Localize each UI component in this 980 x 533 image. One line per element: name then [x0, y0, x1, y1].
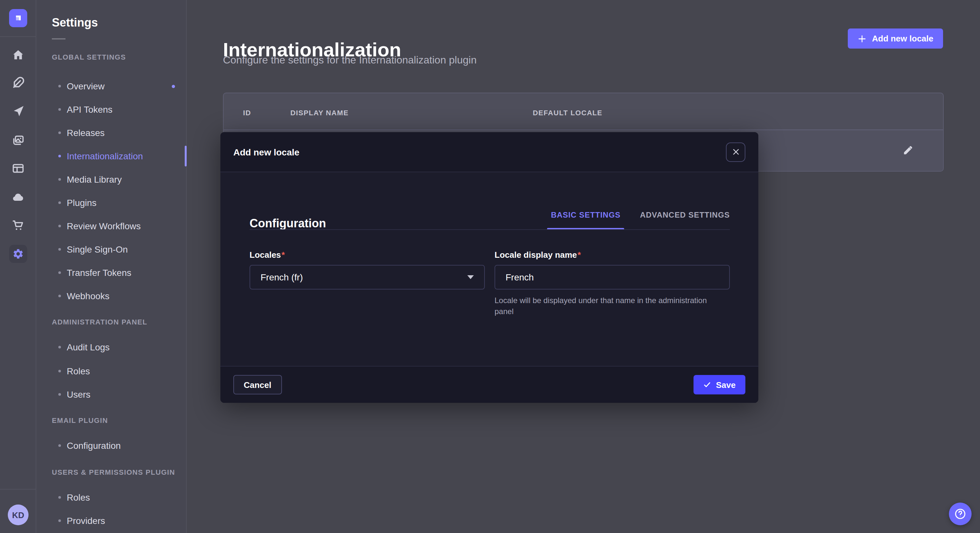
- settings-sidebar: Settings GLOBAL SETTINGS Overview API To…: [36, 0, 187, 533]
- sidebar-item-overview[interactable]: Overview: [36, 75, 186, 98]
- rail-divider: [0, 36, 36, 37]
- sidebar-item-transfer-tokens[interactable]: Transfer Tokens: [36, 261, 186, 284]
- bullet-icon: [58, 519, 61, 522]
- sidebar-item-admin-roles[interactable]: Roles: [36, 359, 186, 383]
- sidebar-item-providers[interactable]: Providers: [36, 509, 186, 532]
- display-name-hint: Locale will be displayed under that name…: [495, 295, 723, 317]
- add-locale-modal: Add new locale Configuration BASIC SETTI…: [220, 132, 758, 403]
- sidebar-title: Settings: [52, 16, 98, 30]
- sidebar-item-single-sign-on[interactable]: Single Sign-On: [36, 238, 186, 261]
- bullet-icon: [58, 155, 61, 157]
- section-global-settings: GLOBAL SETTINGS: [52, 53, 126, 61]
- sidebar-item-email-configuration[interactable]: Configuration: [36, 434, 186, 457]
- locales-select[interactable]: French (fr): [250, 265, 485, 289]
- sidebar-item-api-tokens[interactable]: API Tokens: [36, 98, 186, 121]
- bullet-icon: [58, 248, 61, 251]
- column-header-default-locale: DEFAULT LOCALE: [533, 109, 603, 117]
- modal-title: Add new locale: [233, 147, 299, 157]
- bullet-icon: [58, 444, 61, 447]
- display-name-field: Locale display name* Locale will be disp…: [495, 250, 730, 317]
- sidebar-item-media-library[interactable]: Media Library: [36, 168, 186, 191]
- bullet-icon: [58, 201, 61, 204]
- section-users-permissions-plugin: USERS & PERMISSIONS PLUGIN: [52, 468, 175, 476]
- notification-dot: [172, 85, 175, 88]
- feather-icon[interactable]: [12, 76, 25, 89]
- modal-header: Add new locale: [220, 132, 758, 172]
- page-subtitle: Configure the settings for the Internati…: [223, 54, 477, 66]
- sidebar-item-review-workflows[interactable]: Review Workflows: [36, 214, 186, 238]
- cancel-button[interactable]: Cancel: [233, 375, 282, 394]
- tab-basic-settings[interactable]: BASIC SETTINGS: [551, 211, 620, 219]
- required-asterisk: *: [578, 250, 581, 260]
- app-root: KD Settings GLOBAL SETTINGS Overview API…: [0, 0, 980, 533]
- bullet-icon: [58, 393, 61, 396]
- display-name-input[interactable]: [495, 265, 730, 289]
- active-indicator: [185, 146, 187, 167]
- bullet-icon: [58, 132, 61, 134]
- sidebar-item-internationalization[interactable]: Internationalization: [36, 144, 186, 168]
- configuration-heading: Configuration: [250, 217, 326, 230]
- locales-field: Locales* French (fr): [250, 250, 485, 289]
- close-button[interactable]: [726, 142, 745, 162]
- modal-body: Configuration BASIC SETTINGS ADVANCED SE…: [220, 172, 758, 366]
- strapi-logo[interactable]: [9, 9, 27, 27]
- bullet-icon: [58, 346, 61, 348]
- bullet-icon: [58, 178, 61, 181]
- question-mark-icon: [954, 508, 966, 520]
- edit-locale-button[interactable]: [902, 145, 913, 157]
- sidebar-item-releases[interactable]: Releases: [36, 121, 186, 144]
- sidebar-item-audit-logs[interactable]: Audit Logs: [36, 335, 186, 359]
- send-icon[interactable]: [12, 105, 25, 118]
- bullet-icon: [58, 225, 61, 227]
- check-icon: [703, 381, 711, 389]
- cloud-icon[interactable]: [12, 191, 25, 204]
- modal-footer: Cancel Save: [220, 366, 758, 403]
- sidebar-item-plugins[interactable]: Plugins: [36, 191, 186, 214]
- display-name-label: Locale display name*: [495, 250, 730, 260]
- title-divider: [52, 38, 65, 40]
- save-button[interactable]: Save: [693, 375, 745, 394]
- layout-icon[interactable]: [12, 162, 25, 175]
- bullet-icon: [58, 496, 61, 499]
- settings-gear-icon[interactable]: [9, 245, 27, 263]
- sidebar-item-up-roles[interactable]: Roles: [36, 486, 186, 509]
- column-header-display-name: DISPLAY NAME: [290, 109, 349, 117]
- bullet-icon: [58, 108, 61, 111]
- tab-advanced-settings[interactable]: ADVANCED SETTINGS: [640, 211, 730, 219]
- chevron-down-icon: [467, 275, 474, 279]
- close-icon: [732, 148, 739, 155]
- bullet-icon: [58, 295, 61, 297]
- help-button[interactable]: [949, 503, 972, 525]
- tabs-divider: [250, 229, 730, 230]
- settings-tabs: BASIC SETTINGS ADVANCED SETTINGS: [551, 211, 730, 219]
- section-email-plugin: EMAIL PLUGIN: [52, 416, 108, 424]
- add-new-locale-button[interactable]: Add new locale: [848, 29, 943, 49]
- column-header-id: ID: [243, 109, 251, 117]
- locales-label: Locales*: [250, 250, 485, 260]
- sidebar-item-users[interactable]: Users: [36, 383, 186, 406]
- home-icon[interactable]: [12, 49, 25, 62]
- plus-icon: [858, 34, 867, 43]
- bullet-icon: [58, 85, 61, 87]
- rail-divider: [0, 489, 36, 490]
- bullet-icon: [58, 370, 61, 373]
- avatar[interactable]: KD: [8, 504, 29, 525]
- nav-rail: KD: [0, 0, 36, 533]
- required-asterisk: *: [282, 250, 285, 260]
- pencil-icon: [902, 145, 913, 157]
- section-administration-panel: ADMINISTRATION PANEL: [52, 318, 147, 326]
- sidebar-item-webhooks[interactable]: Webhooks: [36, 284, 186, 308]
- bullet-icon: [58, 271, 61, 274]
- images-icon[interactable]: [12, 134, 25, 147]
- locales-select-value: French (fr): [261, 272, 303, 282]
- cart-icon[interactable]: [12, 219, 25, 232]
